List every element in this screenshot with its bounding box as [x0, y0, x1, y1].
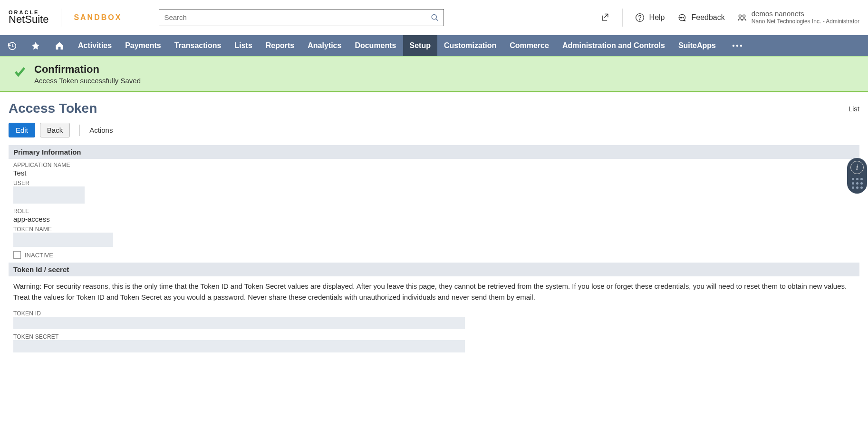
value-token-name-redacted — [13, 233, 113, 247]
label-application-name: APPLICATION NAME — [13, 162, 855, 168]
field-token-secret: TOKEN SECRET — [9, 331, 859, 354]
field-inactive: INACTIVE — [9, 249, 859, 261]
nav-payments[interactable]: Payments — [118, 35, 168, 56]
field-application-name: APPLICATION NAME Test — [9, 159, 859, 177]
feedback-icon — [677, 13, 686, 22]
action-row: Edit Back Actions — [9, 123, 859, 137]
nav-analytics[interactable]: Analytics — [301, 35, 348, 56]
nav-commerce[interactable]: Commerce — [503, 35, 556, 56]
recent-records-icon[interactable] — [0, 35, 24, 56]
divider — [622, 9, 623, 27]
nav-transactions[interactable]: Transactions — [168, 35, 228, 56]
page-content: Access Token List Edit Back Actions Prim… — [0, 92, 868, 362]
confirmation-banner: Confirmation Access Token successfully S… — [0, 56, 868, 92]
user-name: demos nanonets — [752, 9, 859, 19]
svg-point-0 — [432, 14, 436, 19]
svg-point-10 — [733, 45, 734, 47]
value-user-redacted — [13, 186, 85, 204]
label-token-id: TOKEN ID — [13, 310, 855, 317]
help-link[interactable]: Help — [635, 13, 665, 22]
role-switcher[interactable]: demos nanonets Nano Net Technologies Inc… — [737, 9, 859, 26]
main-nav: Activities Payments Transactions Lists R… — [0, 35, 868, 56]
nav-administration[interactable]: Administration and Controls — [556, 35, 672, 56]
svg-point-8 — [743, 15, 745, 17]
svg-point-12 — [740, 45, 742, 47]
svg-point-3 — [639, 19, 640, 20]
list-link[interactable]: List — [849, 105, 859, 113]
oracle-netsuite-logo: ORACLE NetSuite — [9, 10, 48, 25]
divider — [61, 9, 61, 27]
nav-activities[interactable]: Activities — [71, 35, 118, 56]
check-icon — [12, 65, 28, 78]
logo-block: ORACLE NetSuite SANDBOX — [9, 9, 136, 27]
top-right: Help Feedback demos nanonets Nano Net Te… — [600, 9, 859, 27]
search-input[interactable] — [164, 13, 431, 21]
user-block: demos nanonets Nano Net Technologies Inc… — [752, 9, 859, 26]
label-inactive: INACTIVE — [25, 252, 53, 259]
netsuite-text: NetSuite — [9, 14, 48, 25]
field-token-id: TOKEN ID — [9, 307, 859, 331]
value-application-name: Test — [13, 169, 855, 177]
label-token-name: TOKEN NAME — [13, 226, 855, 233]
separator — [79, 125, 80, 136]
page-title: Access Token — [9, 101, 97, 116]
actions-menu[interactable]: Actions — [89, 126, 113, 134]
svg-point-11 — [736, 45, 738, 47]
global-search[interactable] — [159, 9, 444, 26]
add-shortcut-icon[interactable] — [600, 13, 610, 22]
nav-documents[interactable]: Documents — [348, 35, 403, 56]
search-icon — [431, 13, 439, 22]
value-role: app-access — [13, 215, 855, 223]
keypad-icon[interactable] — [852, 178, 863, 189]
favorites-icon[interactable] — [24, 35, 48, 56]
field-role: ROLE app-access — [9, 205, 859, 223]
feedback-label: Feedback — [691, 13, 724, 22]
section-header-token: Token Id / secret — [9, 263, 859, 276]
confirmation-title: Confirmation — [34, 63, 141, 76]
nav-lists[interactable]: Lists — [228, 35, 259, 56]
svg-point-6 — [683, 17, 684, 18]
feedback-link[interactable]: Feedback — [677, 13, 724, 22]
home-icon[interactable] — [48, 35, 71, 56]
edit-button[interactable]: Edit — [9, 123, 35, 137]
value-token-secret-redacted — [13, 340, 465, 352]
nav-more-icon[interactable] — [724, 35, 750, 56]
info-icon[interactable]: i — [850, 161, 864, 174]
env-badge: SANDBOX — [74, 13, 122, 22]
svg-point-7 — [739, 15, 741, 17]
inactive-checkbox[interactable] — [13, 251, 21, 259]
svg-line-1 — [436, 19, 438, 20]
back-button[interactable]: Back — [40, 123, 70, 137]
label-role: ROLE — [13, 208, 855, 215]
top-bar: ORACLE NetSuite SANDBOX Help Feedback de… — [0, 0, 868, 35]
label-token-secret: TOKEN SECRET — [13, 333, 855, 340]
field-user: USER — [9, 177, 859, 205]
nav-suiteapps[interactable]: SuiteApps — [672, 35, 723, 56]
nav-customization[interactable]: Customization — [437, 35, 503, 56]
warning-line-1: Warning: For security reasons, this is t… — [13, 281, 855, 292]
field-token-name: TOKEN NAME — [9, 223, 859, 248]
nav-reports[interactable]: Reports — [259, 35, 301, 56]
label-user: USER — [13, 180, 855, 186]
role-icon — [737, 13, 747, 22]
nav-setup[interactable]: Setup — [403, 35, 437, 56]
svg-point-5 — [682, 17, 683, 18]
user-sub: Nano Net Technologies Inc. - Administrat… — [752, 18, 859, 26]
token-warning: Warning: For security reasons, this is t… — [9, 276, 859, 307]
confirmation-message: Access Token successfully Saved — [34, 77, 141, 85]
help-icon — [635, 13, 645, 22]
warning-line-2: Treat the values for Token ID and Token … — [13, 292, 855, 303]
section-header-primary: Primary Information — [9, 145, 859, 159]
help-label: Help — [649, 13, 665, 22]
svg-point-4 — [680, 17, 681, 18]
help-widget[interactable]: i — [847, 158, 867, 194]
value-token-id-redacted — [13, 317, 465, 329]
